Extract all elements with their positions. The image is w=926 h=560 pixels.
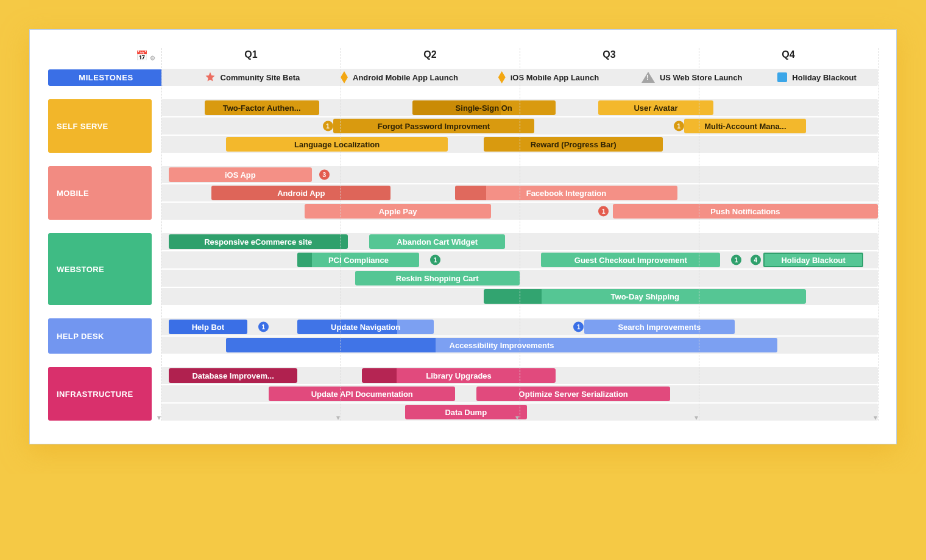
section-label[interactable]: WEBSTORE [48, 233, 152, 305]
quarter-label-q4: Q4 [782, 49, 794, 60]
section-mobile: MOBILEiOS App3Android AppFacebook Integr… [48, 166, 878, 220]
lane: Accessibility Improvements [161, 337, 878, 354]
task-bar[interactable]: Library Upgrades [362, 368, 556, 383]
lane: Apple Pay1Push Notifications [161, 203, 878, 220]
task-bar[interactable]: Optimize Server Serialization [476, 387, 670, 401]
roadmap-card: 📅 ⚙ Q1Q2Q3Q4 MILESTONES Community Site B… [29, 29, 897, 444]
quarter-label-q3: Q3 [603, 49, 615, 60]
section-label[interactable]: MOBILE [48, 166, 152, 220]
section-webstore: WEBSTOREResponsive eCommerce siteAbandon… [48, 233, 878, 305]
task-label: Push Notifications [710, 207, 780, 216]
lane: PCI Compliance1Guest Checkout Improvemen… [161, 251, 878, 268]
warning-icon [641, 72, 655, 83]
milestone-1[interactable]: Android Mobile App Launch [341, 71, 458, 83]
lane: 1Forgot Password Improvment1Multi-Accoun… [161, 117, 878, 135]
count-badge[interactable]: 4 [751, 255, 761, 265]
timeline-header: 📅 ⚙ Q1Q2Q3Q4 [48, 48, 878, 63]
diamond-icon [498, 71, 506, 83]
task-bar[interactable]: iOS App [169, 167, 312, 182]
milestone-text: Android Mobile App Launch [353, 73, 458, 82]
lane: Update API DocumentationOptimize Server … [161, 385, 878, 402]
task-label: Library Upgrades [426, 371, 492, 380]
quarter-label-q2: Q2 [423, 49, 436, 60]
task-bar[interactable]: Database Improvem... [169, 368, 298, 383]
task-bar[interactable]: Guest Checkout Improvement [541, 253, 720, 267]
task-label: Android App [277, 189, 325, 198]
task-bar[interactable]: Reward (Progress Bar) [484, 137, 663, 152]
count-badge[interactable]: 1 [258, 322, 269, 332]
section-help-desk: HELP DESKHelp Bot1Update Navigation1Sear… [48, 318, 878, 354]
task-bar[interactable]: Update Navigation [297, 320, 433, 334]
milestone-text: US Web Store Launch [660, 73, 743, 82]
section-label[interactable]: INFRASTRUCTURE [48, 367, 152, 421]
task-label: Multi-Account Mana... [704, 122, 786, 131]
lane: Reskin Shopping Cart [161, 270, 878, 287]
milestones-label: MILESTONES [48, 69, 164, 86]
milestone-3[interactable]: US Web Store Launch [641, 72, 743, 83]
task-label: Update Navigation [331, 323, 400, 332]
task-label: Two-Day Shipping [611, 292, 679, 301]
count-badge[interactable]: 1 [323, 121, 333, 131]
task-bar[interactable]: Data Dump [405, 405, 527, 419]
task-label: Data Dump [445, 408, 487, 417]
milestone-2[interactable]: iOS Mobile App Launch [498, 71, 599, 83]
task-label: Facebook Integration [526, 189, 606, 198]
lane: Language LocalizationReward (Progress Ba… [161, 136, 878, 153]
section-label[interactable]: HELP DESK [48, 318, 152, 354]
count-badge[interactable]: 1 [731, 255, 741, 265]
task-label: PCI Compliance [328, 256, 389, 265]
section-label[interactable]: SELF SERVE [48, 99, 152, 153]
task-label: iOS App [225, 170, 256, 180]
task-bar[interactable]: Apple Pay [305, 204, 491, 219]
task-label: Guest Checkout Improvement [574, 256, 687, 265]
task-label: Forgot Password Improvment [378, 122, 490, 131]
section-infrastructure: INFRASTRUCTUREDatabase Improvem...Librar… [48, 367, 878, 421]
lane: Help Bot1Update Navigation1Search Improv… [161, 318, 878, 335]
milestones-row: MILESTONES Community Site BetaAndroid Mo… [48, 69, 878, 86]
milestone-text: iOS Mobile App Launch [511, 73, 599, 82]
task-bar[interactable]: Abandon Cart Widget [369, 234, 505, 249]
task-bar[interactable]: Reskin Shopping Cart [355, 271, 520, 285]
task-bar[interactable]: PCI Compliance [297, 253, 419, 267]
task-label: Accessibility Improvements [450, 341, 554, 350]
section-self-serve: SELF SERVETwo-Factor Authen...Single-Sig… [48, 99, 878, 153]
count-badge[interactable]: 1 [598, 206, 609, 217]
task-bar[interactable]: Holiday Blackout [763, 253, 864, 267]
task-bar[interactable]: Help Bot [169, 320, 247, 334]
task-bar[interactable]: Two-Day Shipping [484, 289, 806, 304]
task-bar[interactable]: Android App [211, 186, 391, 200]
count-badge[interactable]: 1 [430, 255, 440, 265]
calendar-settings-icon[interactable]: 📅 ⚙ [48, 50, 161, 61]
count-badge[interactable]: 3 [319, 170, 330, 180]
task-bar[interactable]: Update API Documentation [269, 387, 455, 401]
task-bar[interactable]: Language Localization [226, 137, 448, 152]
milestone-0[interactable]: Community Site Beta [205, 71, 300, 84]
milestones-track: Community Site BetaAndroid Mobile App La… [161, 69, 878, 86]
task-bar[interactable]: User Avatar [598, 100, 713, 115]
diamond-icon [341, 71, 348, 83]
milestone-4[interactable]: Holiday Blackout [777, 72, 856, 82]
task-bar[interactable]: Responsive eCommerce site [169, 234, 348, 249]
lane: Android AppFacebook Integration [161, 184, 878, 201]
task-bar[interactable]: Two-Factor Authen... [205, 100, 319, 115]
task-bar[interactable]: Multi-Account Mana... [684, 119, 806, 133]
task-bar[interactable]: Forgot Password Improvment [333, 119, 534, 133]
task-bar[interactable]: Single-Sign On [412, 100, 556, 115]
task-label: Update API Documentation [311, 390, 413, 399]
task-label: Two-Factor Authen... [223, 103, 301, 113]
task-bar[interactable]: Search Improvements [584, 320, 735, 334]
task-label: Optimize Server Serialization [519, 390, 628, 399]
gantt-chart: 📅 ⚙ Q1Q2Q3Q4 MILESTONES Community Site B… [48, 48, 878, 421]
task-bar[interactable]: Accessibility Improvements [226, 338, 778, 352]
count-badge[interactable]: 1 [674, 121, 684, 131]
lane: Two-Day Shipping [161, 288, 878, 305]
square-icon [777, 72, 787, 82]
star-icon [205, 71, 216, 84]
task-label: Database Improvem... [192, 371, 274, 380]
task-bar[interactable]: Facebook Integration [455, 186, 677, 200]
task-label: Responsive eCommerce site [204, 237, 312, 247]
count-badge[interactable]: 1 [573, 322, 584, 332]
task-bar[interactable]: Push Notifications [613, 204, 878, 219]
task-label: User Avatar [634, 103, 677, 113]
lane: iOS App3 [161, 166, 878, 183]
